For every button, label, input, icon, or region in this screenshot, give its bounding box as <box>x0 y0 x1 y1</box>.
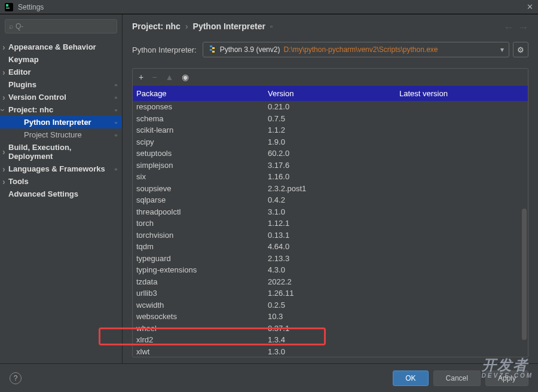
ok-button[interactable]: OK <box>393 370 428 386</box>
breadcrumb-root[interactable]: Project: nhc <box>132 22 181 31</box>
project-scope-icon: ▫ <box>115 119 117 126</box>
table-row[interactable]: tqdm4.64.0 <box>133 241 528 253</box>
table-row[interactable]: xlwt1.3.0 <box>133 346 528 357</box>
cancel-button[interactable]: Cancel <box>433 370 481 386</box>
cell-package: torchvision <box>136 231 268 240</box>
cell-package: xlrd2 <box>136 335 268 344</box>
sidebar-item-editor[interactable]: Editor <box>0 66 122 78</box>
cell-version: 1.12.1 <box>268 219 399 228</box>
cell-version: 0.37.1 <box>268 324 399 333</box>
sidebar-item-languages-frameworks[interactable]: Languages & Frameworks▫ <box>0 163 122 175</box>
python-icon <box>208 45 216 55</box>
package-list[interactable]: responses0.21.0schema0.7.5scikit-learn1.… <box>133 101 528 357</box>
sidebar-item-project-nhc[interactable]: Project: nhc▫ <box>0 103 122 116</box>
sidebar-item-label: Appearance & Behavior <box>8 42 117 51</box>
cell-version: 2.13.3 <box>268 254 399 263</box>
sidebar-item-python-interpreter[interactable]: Python Interpreter▫ <box>0 116 122 128</box>
table-row[interactable]: scikit-learn1.1.2 <box>133 124 528 136</box>
show-early-releases-button[interactable]: ◉ <box>182 72 189 82</box>
sidebar-item-project-structure[interactable]: Project Structure▫ <box>0 128 122 141</box>
table-row[interactable]: scipy1.9.0 <box>133 136 528 148</box>
table-row[interactable]: sqlparse0.4.2 <box>133 194 528 206</box>
breadcrumb: Project: nhc › Python Interpreter ▫ <box>132 22 528 31</box>
sidebar-item-appearance-behavior[interactable]: Appearance & Behavior <box>0 41 122 53</box>
table-row[interactable]: threadpoolctl3.1.0 <box>133 206 528 218</box>
cell-package: typing-extensions <box>136 265 268 274</box>
cell-version: 0.13.1 <box>268 231 399 240</box>
cell-version: 1.1.2 <box>268 125 399 134</box>
package-panel: + − ▲ ◉ Package Version Latest version r… <box>132 68 528 357</box>
sidebar-item-label: Editor <box>8 68 117 76</box>
cell-package: torch <box>136 219 268 228</box>
settings-sidebar: ⌕ Q- Appearance & BehaviorKeymapEditorPl… <box>0 14 123 363</box>
sidebar-item-label: Tools <box>8 177 117 186</box>
sidebar-item-advanced-settings[interactable]: Advanced Settings <box>0 188 122 200</box>
svg-rect-1 <box>6 4 8 7</box>
help-button[interactable]: ? <box>10 372 22 384</box>
table-row[interactable]: setuptools60.2.0 <box>133 148 528 160</box>
cell-package: wcwidth <box>136 301 268 310</box>
table-row[interactable]: typing-extensions4.3.0 <box>133 264 528 276</box>
sidebar-item-plugins[interactable]: Plugins▫ <box>0 78 122 91</box>
content-panel: ← → Project: nhc › Python Interpreter ▫ … <box>123 14 538 363</box>
table-row[interactable]: responses0.21.0 <box>133 101 528 113</box>
interpreter-settings-button[interactable]: ⚙ <box>513 42 528 57</box>
cell-package: wheel <box>136 324 268 333</box>
project-scope-icon: ▫ <box>115 166 117 173</box>
dialog-footer: ? OK Cancel Apply <box>0 363 538 392</box>
nav-forward-icon[interactable]: → <box>518 22 528 34</box>
sidebar-item-keymap[interactable]: Keymap <box>0 53 122 66</box>
table-row[interactable]: wcwidth0.2.5 <box>133 299 528 311</box>
apply-button[interactable]: Apply <box>485 370 528 386</box>
table-row[interactable]: typeguard2.13.3 <box>133 253 528 265</box>
table-row[interactable]: websockets10.3 <box>133 311 528 323</box>
sidebar-item-label: Project: nhc <box>8 105 115 114</box>
cell-package: websockets <box>136 312 268 321</box>
header-latest[interactable]: Latest version <box>399 89 524 98</box>
sidebar-item-label: Project Structure <box>24 130 115 139</box>
search-icon: ⌕ <box>9 22 13 30</box>
cell-version: 0.21.0 <box>268 102 399 111</box>
table-row[interactable]: soupsieve2.3.2.post1 <box>133 183 528 195</box>
header-version[interactable]: Version <box>268 89 399 98</box>
cell-version: 1.3.4 <box>268 335 399 344</box>
sidebar-item-label: Version Control <box>8 93 115 102</box>
sidebar-item-label: Python Interpreter <box>24 118 115 127</box>
cell-version: 10.3 <box>268 312 399 321</box>
nav-back-icon[interactable]: ← <box>503 22 514 34</box>
cell-package: responses <box>136 102 268 111</box>
interpreter-name: Python 3.9 (venv2) <box>220 45 280 54</box>
table-row[interactable]: schema0.7.5 <box>133 113 528 125</box>
table-row[interactable]: xlrd21.3.4 <box>133 334 528 346</box>
table-row[interactable]: tzdata2022.2 <box>133 276 528 288</box>
sidebar-item-build-execution-deployment[interactable]: Build, Execution, Deployment <box>0 141 122 163</box>
table-row[interactable]: torchvision0.13.1 <box>133 229 528 241</box>
table-row[interactable]: simplejson3.17.6 <box>133 160 528 172</box>
upgrade-package-button[interactable]: ▲ <box>165 72 173 82</box>
header-package[interactable]: Package <box>136 89 268 98</box>
cell-version: 2.3.2.post1 <box>268 184 399 193</box>
search-input[interactable]: ⌕ Q- <box>5 19 117 33</box>
cell-package: simplejson <box>136 161 268 170</box>
cell-package: tqdm <box>136 242 268 251</box>
interpreter-select[interactable]: Python 3.9 (venv2) D:\my\python-pycharm\… <box>203 42 509 57</box>
sidebar-item-label: Languages & Frameworks <box>8 164 115 173</box>
close-icon[interactable]: ✕ <box>527 2 533 11</box>
remove-package-button[interactable]: − <box>152 72 157 82</box>
cell-version: 1.3.0 <box>268 347 399 356</box>
window-title: Settings <box>18 3 527 11</box>
sidebar-item-tools[interactable]: Tools <box>0 175 122 188</box>
settings-tree: Appearance & BehaviorKeymapEditorPlugins… <box>0 38 122 203</box>
table-row[interactable]: six1.16.0 <box>133 171 528 183</box>
scrollbar[interactable] <box>522 209 527 340</box>
project-scope-icon: ▫ <box>270 23 273 30</box>
table-row[interactable]: urllib31.26.11 <box>133 287 528 299</box>
sidebar-item-version-control[interactable]: Version Control▫ <box>0 91 122 103</box>
chevron-right-icon: › <box>185 22 188 31</box>
table-row[interactable]: wheel0.37.1 <box>133 323 528 335</box>
sidebar-item-label: Keymap <box>8 55 117 64</box>
add-package-button[interactable]: + <box>139 72 143 82</box>
table-row[interactable]: torch1.12.1 <box>133 218 528 229</box>
project-scope-icon: ▫ <box>115 81 117 88</box>
sidebar-item-label: Plugins <box>8 80 115 89</box>
